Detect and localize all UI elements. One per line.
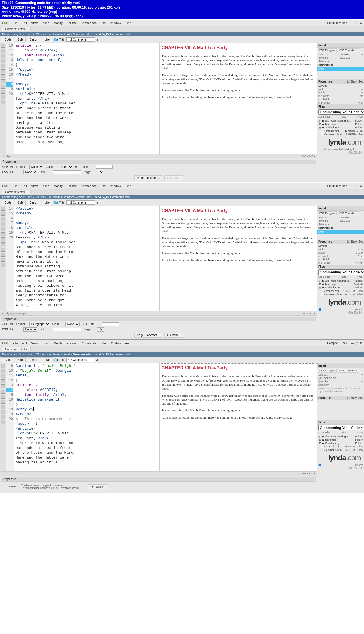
sync-down-icon[interactable]: ⇵	[96, 201, 98, 204]
code-editor[interactable]: 91011 1213 141516 171819 20 Constantia, …	[6, 363, 160, 471]
tool-icon[interactable]	[1, 100, 5, 104]
maximize-icon[interactable]: ▢	[355, 184, 358, 187]
design-view-button[interactable]: Design	[27, 200, 41, 205]
files-panel-header[interactable]: Files	[317, 265, 364, 269]
live-view-button[interactable]: Live	[42, 37, 52, 42]
add-icon[interactable]: +	[361, 223, 363, 226]
tool-icon[interactable]	[1, 237, 5, 241]
prop-val[interactable]: none	[357, 101, 363, 104]
menu-insert[interactable]: Insert	[42, 342, 50, 345]
site-select[interactable]: Commenting Your Code	[318, 269, 364, 275]
html-mode-button[interactable]: <> HTML	[2, 323, 14, 326]
tool-icon[interactable]	[1, 400, 5, 404]
close-icon[interactable]: ✕	[360, 184, 362, 187]
show-set-label[interactable]: Show Set	[350, 396, 363, 399]
code-content[interactable]: </style> </head> <body> <article> <h2>CH…	[14, 206, 159, 311]
css-transitions-tab[interactable]: CSS Transitions	[338, 48, 359, 52]
tool-icon[interactable]	[1, 74, 5, 78]
menu-format[interactable]: Format	[67, 184, 77, 188]
add-icon[interactable]: +	[361, 219, 363, 222]
tool-icon[interactable]	[1, 379, 5, 383]
menu-window[interactable]: Window	[110, 342, 121, 345]
title-input[interactable]	[66, 37, 95, 42]
css-designer-tab[interactable]: CSS Designer	[318, 369, 337, 373]
tool-icon[interactable]	[1, 79, 5, 83]
tool-icon[interactable]	[1, 217, 5, 221]
list-item-button[interactable]: List Item...	[164, 175, 183, 180]
code-view-button[interactable]: Code	[2, 357, 14, 362]
show-set-label[interactable]: Show Set	[350, 240, 363, 243]
prop-val[interactable]: 0 px	[358, 255, 363, 258]
split-view-button[interactable]: Split	[15, 37, 26, 42]
menu-site[interactable]: Site	[101, 21, 106, 25]
tool-icon[interactable]	[1, 212, 5, 216]
tool-icon[interactable]	[1, 59, 5, 63]
media-value[interactable]: GLOBAL	[340, 57, 350, 59]
prop-val[interactable]: 0 px	[358, 98, 363, 101]
target-select[interactable]	[97, 170, 104, 174]
menu-commands[interactable]: Commands	[81, 184, 97, 188]
add-icon[interactable]: +	[361, 380, 363, 383]
css-transitions-tab[interactable]: CSS Transitions	[338, 211, 359, 215]
tool-icon[interactable]	[1, 54, 5, 58]
code-content[interactable]: Constantia, "Lucida Bright" , "DejaVu Se…	[14, 363, 159, 471]
minimize-icon[interactable]: —	[351, 21, 354, 24]
close-icon[interactable]: ✕	[360, 342, 362, 345]
menu-commands[interactable]: Commands	[81, 21, 97, 25]
add-icon[interactable]: +	[361, 57, 363, 59]
menu-view[interactable]: View	[31, 342, 38, 345]
document-tab[interactable]: Comments.html ×	[2, 27, 31, 31]
split-view-button[interactable]: Split	[15, 357, 26, 362]
menu-insert[interactable]: Insert	[42, 21, 50, 25]
selector-body[interactable]: body	[317, 230, 364, 234]
media-value[interactable]: GLOBAL	[340, 219, 350, 222]
class-select[interactable]: None	[59, 165, 73, 169]
link-input[interactable]	[53, 328, 81, 331]
code-content[interactable]: article h2 { color: #C23747; font-family…	[14, 43, 159, 154]
id-select[interactable]: None	[23, 327, 37, 332]
tool-icon[interactable]	[1, 410, 5, 414]
menu-format[interactable]: Format	[67, 342, 77, 345]
maximize-icon[interactable]: ▢	[355, 21, 358, 24]
viewport-info[interactable]: 606 x 540 ▾	[302, 472, 315, 475]
class-select[interactable]: None	[65, 322, 80, 326]
site-select[interactable]: Commenting Your Code	[318, 109, 364, 115]
tag-selector[interactable]: <body> <article> <p>	[2, 312, 26, 315]
italic-icon[interactable]: I	[80, 165, 80, 168]
sync-down-icon[interactable]: ⇵	[96, 38, 98, 41]
menu-file[interactable]: File	[13, 21, 18, 25]
prop-val[interactable]: none	[357, 261, 363, 264]
prop-val[interactable]: auto	[357, 248, 363, 251]
prop-val[interactable]: auto	[357, 88, 363, 91]
minimize-icon[interactable]: —	[351, 184, 354, 187]
tool-icon[interactable]	[1, 415, 5, 419]
menu-window[interactable]: Window	[110, 184, 121, 188]
bold-icon[interactable]: B	[75, 165, 77, 168]
add-icon[interactable]: +	[361, 373, 363, 376]
workspace-dropdown[interactable]: Compact ▾	[327, 184, 341, 187]
tool-icon[interactable]	[1, 207, 5, 211]
menu-modify[interactable]: Modify	[53, 21, 62, 25]
tool-icon[interactable]	[1, 369, 5, 373]
add-icon[interactable]: +	[361, 216, 363, 219]
menu-edit[interactable]: Edit	[22, 21, 27, 25]
menu-modify[interactable]: Modify	[53, 342, 62, 345]
bold-icon[interactable]: B	[82, 323, 84, 326]
css-designer-tab[interactable]: CSS Designer	[318, 48, 337, 52]
menu-edit[interactable]: Edit	[22, 184, 27, 188]
add-icon[interactable]: +	[361, 53, 363, 56]
tool-icon[interactable]	[1, 405, 5, 409]
tool-icon[interactable]	[1, 263, 5, 267]
format-select[interactable]: Paragraph	[29, 322, 50, 326]
tag-selector[interactable]: <body>	[2, 155, 11, 158]
show-set-label[interactable]: Show Set	[350, 80, 363, 83]
split-view-button[interactable]: Split	[15, 200, 26, 205]
css-mode-button[interactable]: CSS	[2, 171, 8, 174]
tool-icon[interactable]	[1, 374, 5, 378]
css-designer-tab[interactable]: CSS Designer	[318, 211, 337, 215]
maximize-icon[interactable]: ▢	[355, 342, 358, 345]
tool-icon[interactable]	[1, 232, 5, 236]
tool-icon[interactable]	[1, 64, 5, 68]
document-tab[interactable]: Comments.html ×	[2, 347, 31, 351]
tool-icon[interactable]	[1, 420, 5, 424]
